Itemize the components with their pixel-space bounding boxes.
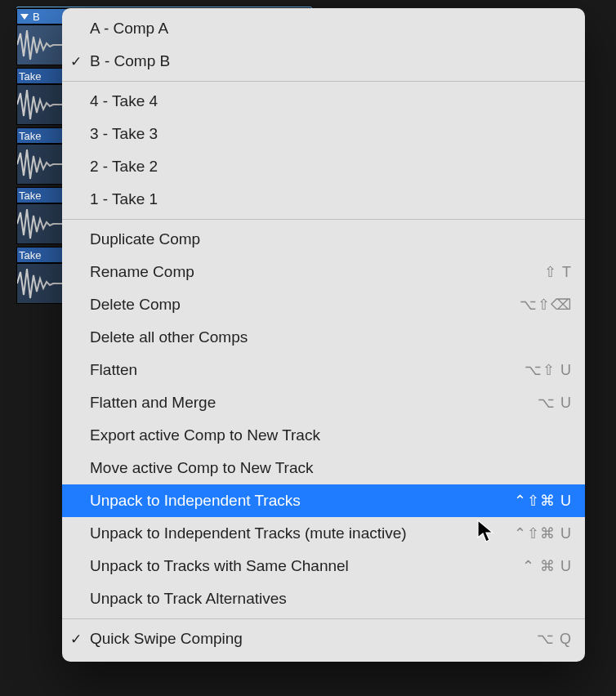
audio-waveform[interactable] xyxy=(16,25,67,65)
menu-item[interactable]: Flatten and Merge⌥ U xyxy=(62,386,585,419)
menu-item-shortcut: ⌥⇧ U xyxy=(524,361,572,379)
menu-item-label: Delete Comp xyxy=(90,296,520,314)
checkmark-icon: ✓ xyxy=(62,631,90,648)
audio-waveform[interactable] xyxy=(16,144,67,185)
menu-item-label: 4 - Take 4 xyxy=(90,92,572,110)
menu-item-label: Duplicate Comp xyxy=(90,230,572,248)
audio-waveform[interactable] xyxy=(16,263,67,304)
menu-item-label: Quick Swipe Comping xyxy=(90,630,537,648)
menu-item-label: Flatten and Merge xyxy=(90,394,538,412)
menu-item[interactable]: 1 - Take 1 xyxy=(62,183,585,216)
menu-item-shortcut: ⌥⇧⌫ xyxy=(520,296,572,314)
take-folder-header[interactable]: B xyxy=(16,8,67,25)
menu-item[interactable]: Delete Comp⌥⇧⌫ xyxy=(62,288,585,321)
menu-item-label: Unpack to Independent Tracks (mute inact… xyxy=(90,524,514,542)
menu-item-label: Delete all other Comps xyxy=(90,328,572,346)
menu-item[interactable]: Export active Comp to New Track xyxy=(62,419,585,452)
menu-item-label: 2 - Take 2 xyxy=(90,158,572,176)
menu-item[interactable]: Duplicate Comp xyxy=(62,223,585,256)
menu-item[interactable]: Delete all other Comps xyxy=(62,321,585,354)
menu-item-label: 1 - Take 1 xyxy=(90,190,572,208)
menu-item-label: Export active Comp to New Track xyxy=(90,426,572,444)
menu-item[interactable]: A - Comp A xyxy=(62,12,585,45)
disclosure-triangle-icon[interactable] xyxy=(20,14,29,20)
menu-item[interactable]: Unpack to Independent Tracks⌃⇧⌘ U xyxy=(62,484,585,517)
menu-separator xyxy=(62,81,585,82)
menu-item-shortcut: ⇧ T xyxy=(544,263,572,281)
menu-item-label: Unpack to Track Alternatives xyxy=(90,590,572,608)
menu-item-label: Unpack to Independent Tracks xyxy=(90,492,514,510)
track-label: Take xyxy=(19,69,41,83)
menu-item[interactable]: Unpack to Track Alternatives xyxy=(62,582,585,615)
menu-item[interactable]: 4 - Take 4 xyxy=(62,85,585,118)
menu-item-label: A - Comp A xyxy=(90,20,572,38)
menu-item[interactable]: ✓B - Comp B xyxy=(62,45,585,78)
menu-item-label: 3 - Take 3 xyxy=(90,125,572,143)
menu-item-shortcut: ⌥ U xyxy=(538,394,572,412)
menu-item-label: Move active Comp to New Track xyxy=(90,459,572,477)
menu-item-shortcut: ⌥ Q xyxy=(537,630,572,648)
audio-waveform[interactable] xyxy=(16,203,67,244)
menu-item-shortcut: ⌃⇧⌘ U xyxy=(514,492,572,510)
menu-separator xyxy=(62,219,585,220)
take-lane-header[interactable]: Take xyxy=(16,127,67,144)
menu-item-shortcut: ⌃⇧⌘ U xyxy=(514,524,572,542)
take-lane-header[interactable]: Take xyxy=(16,247,67,263)
take-lane-header[interactable]: Take xyxy=(16,68,67,84)
menu-item-label: Rename Comp xyxy=(90,263,544,281)
menu-item[interactable]: Unpack to Independent Tracks (mute inact… xyxy=(62,517,585,550)
menu-item[interactable]: ✓Quick Swipe Comping⌥ Q xyxy=(62,622,585,655)
menu-item[interactable]: 3 - Take 3 xyxy=(62,118,585,150)
track-label: B xyxy=(33,10,40,24)
menu-item[interactable]: Unpack to Tracks with Same Channel⌃ ⌘ U xyxy=(62,550,585,582)
take-folder-context-menu[interactable]: A - Comp A✓B - Comp B4 - Take 43 - Take … xyxy=(62,8,585,662)
take-folder-track-list: BTakeTakeTakeTake xyxy=(16,8,67,304)
menu-item-shortcut: ⌃ ⌘ U xyxy=(522,557,572,575)
menu-item[interactable]: Flatten⌥⇧ U xyxy=(62,354,585,386)
menu-item[interactable]: Rename Comp⇧ T xyxy=(62,256,585,288)
menu-item-label: Unpack to Tracks with Same Channel xyxy=(90,557,522,575)
menu-item-label: B - Comp B xyxy=(90,52,572,70)
track-label: Take xyxy=(19,189,41,203)
menu-item[interactable]: 2 - Take 2 xyxy=(62,150,585,183)
take-lane-header[interactable]: Take xyxy=(16,187,67,203)
menu-item[interactable]: Move active Comp to New Track xyxy=(62,452,585,484)
track-label: Take xyxy=(19,248,41,262)
menu-item-label: Flatten xyxy=(90,361,524,379)
audio-waveform[interactable] xyxy=(16,84,67,125)
track-label: Take xyxy=(19,129,41,143)
checkmark-icon: ✓ xyxy=(62,53,90,70)
menu-separator xyxy=(62,618,585,619)
